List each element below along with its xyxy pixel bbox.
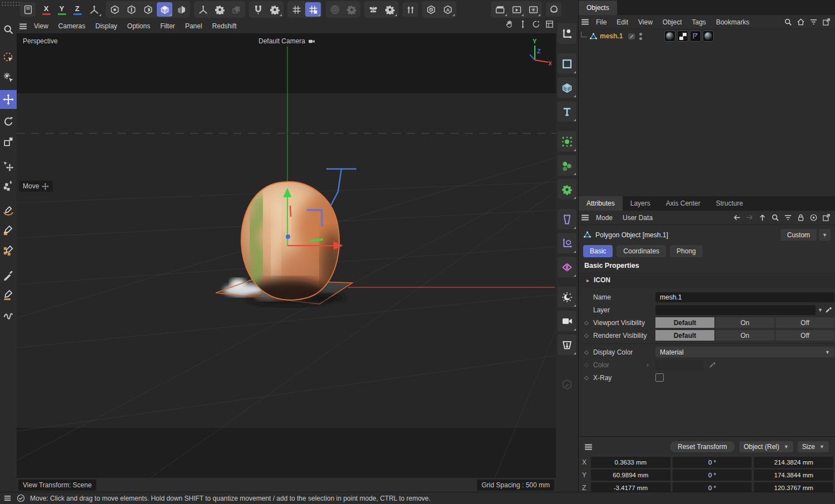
knife-tool-icon[interactable]	[1, 268, 16, 282]
menu-filter[interactable]: Filter	[155, 21, 180, 32]
model-mode-icon[interactable]	[157, 2, 172, 17]
null-axis-icon[interactable]	[558, 233, 576, 253]
search-commander-icon[interactable]	[1, 22, 16, 37]
rotate-tool-icon[interactable]	[1, 114, 16, 129]
object-name-label[interactable]: mesh.1	[600, 32, 623, 40]
tab-objects[interactable]: Objects	[579, 1, 617, 15]
display-color-dropdown[interactable]: Material ▼	[655, 347, 834, 357]
symmetry-generator-icon[interactable]	[558, 257, 576, 277]
spline-pen-create-icon[interactable]	[558, 23, 576, 44]
subdivision-surface-icon[interactable]	[558, 131, 576, 152]
tab-attributes[interactable]: Attributes	[579, 196, 623, 211]
uvw-tag-icon[interactable]	[677, 31, 688, 42]
gizmo-z-handle[interactable]	[286, 234, 290, 239]
polygon-mode-icon[interactable]	[140, 2, 156, 17]
history-back-icon[interactable]	[733, 213, 741, 222]
attributes-filter-icon[interactable]	[784, 213, 792, 222]
render-view-icon[interactable]	[492, 2, 508, 17]
size-mode-dropdown[interactable]: Size▼	[798, 441, 829, 452]
display-color-key-icon[interactable]: ◇	[584, 349, 593, 355]
layout-window-icon[interactable]	[20, 2, 36, 17]
renderer-visibility-off[interactable]: Off	[776, 330, 834, 341]
renderer-visibility-default[interactable]: Default	[655, 330, 714, 341]
stage-create-icon[interactable]	[558, 335, 576, 355]
pan-view-icon[interactable]	[505, 20, 514, 28]
objects-tree[interactable]: mesh.1	[579, 29, 835, 196]
snap-move-tool-icon[interactable]	[1, 159, 16, 173]
texture-mode-icon[interactable]	[173, 2, 189, 17]
phong-tag-icon[interactable]	[690, 31, 701, 42]
attributes-menu-user-data[interactable]: User Data	[618, 212, 658, 223]
deformer-icon[interactable]	[558, 209, 576, 229]
status-menu-icon[interactable]	[3, 494, 12, 502]
quantize-grid-icon[interactable]	[305, 2, 321, 17]
render-picture-viewer-icon[interactable]	[509, 2, 524, 17]
subtab-basic[interactable]: Basic	[583, 245, 613, 257]
objects-menu-tags[interactable]: Tags	[687, 17, 711, 28]
preset-caret[interactable]: ▼	[819, 229, 831, 241]
coord-y-rotation[interactable]: 0 °	[673, 470, 752, 481]
coordinate-mode-dropdown[interactable]: Object (Rel)▼	[739, 441, 793, 452]
sketch-tool-icon[interactable]	[1, 308, 16, 322]
objects-menu-bookmarks[interactable]: Bookmarks	[711, 17, 754, 28]
cube-primitive-icon[interactable]	[558, 77, 576, 98]
objects-menu-file[interactable]: File	[591, 17, 612, 28]
toggle-view-icon[interactable]	[545, 20, 554, 28]
visibility-dots[interactable]	[639, 33, 642, 40]
axis-z-lock-button[interactable]: Z	[71, 2, 84, 17]
objects-search-icon[interactable]	[784, 18, 792, 26]
magnet-snap-icon[interactable]	[250, 2, 266, 17]
radial-settings-gear-icon[interactable]	[344, 2, 359, 17]
move-tool-icon[interactable]	[0, 90, 17, 109]
attributes-menu-mode[interactable]: Mode	[591, 212, 618, 223]
editor-enable-toggle[interactable]	[628, 33, 635, 39]
icon-group-header[interactable]: ▸ ICON	[579, 273, 835, 287]
name-input[interactable]: mesh.1	[655, 292, 834, 302]
layer-eyedropper-icon[interactable]	[825, 306, 832, 313]
menu-panel[interactable]: Panel	[180, 21, 207, 32]
tab-layers[interactable]: Layers	[623, 196, 658, 211]
layer-input[interactable]	[655, 305, 816, 315]
swap-up-icon[interactable]	[402, 2, 418, 17]
workplane-icon[interactable]	[228, 2, 244, 17]
object-row-mesh1[interactable]: mesh.1	[579, 29, 835, 43]
scale-tool-icon[interactable]	[1, 134, 16, 149]
renderer-visibility-key-icon[interactable]: ◇	[584, 332, 593, 338]
coordinates-menu-icon[interactable]	[582, 440, 594, 454]
symmetry-settings-gear-icon[interactable]	[382, 2, 397, 17]
objects-menu-view[interactable]: View	[633, 17, 658, 28]
coord-x-rotation[interactable]: 0 °	[673, 457, 752, 468]
enable-axis-icon[interactable]	[195, 2, 211, 17]
attributes-popout-icon[interactable]	[822, 213, 831, 222]
auto-mode-icon[interactable]: A	[440, 2, 455, 17]
viewport-canvas[interactable]	[17, 33, 556, 478]
coordinate-system-icon[interactable]	[86, 2, 102, 17]
objects-menu-icon[interactable]	[579, 15, 591, 29]
attributes-search-icon[interactable]	[771, 213, 779, 222]
reset-transform-button[interactable]: Reset Transform	[670, 441, 735, 452]
generator-icon[interactable]	[558, 179, 576, 199]
coord-x-position[interactable]: 0.3633 mm	[591, 457, 670, 468]
layer-caret-icon[interactable]: ▼	[818, 307, 823, 313]
xray-key-icon[interactable]: ◇	[584, 375, 593, 381]
menu-redshift[interactable]: Redshift	[207, 21, 242, 32]
objects-menu-object[interactable]: Object	[658, 17, 687, 28]
light-create-icon[interactable]	[558, 287, 576, 307]
tweak-tool-icon[interactable]	[1, 70, 16, 84]
snap-settings-gear-icon[interactable]	[267, 2, 282, 17]
tab-axis-center[interactable]: Axis Center	[658, 196, 708, 211]
spline-arc-pen-icon[interactable]	[1, 203, 16, 218]
material-manager-icon[interactable]	[546, 2, 561, 17]
menu-view[interactable]: View	[29, 21, 53, 32]
volume-builder-icon[interactable]	[558, 155, 576, 176]
material-tag-icon[interactable]	[664, 31, 675, 42]
spline-pen-icon[interactable]	[1, 223, 16, 238]
menu-display[interactable]: Display	[90, 21, 122, 32]
objects-home-icon[interactable]	[797, 18, 805, 26]
viewport-visibility-default[interactable]: Default	[655, 317, 714, 328]
viewport-menu-icon[interactable]	[17, 19, 29, 33]
renderer-visibility-on[interactable]: On	[715, 330, 774, 341]
viewport-visibility-key-icon[interactable]: ◇	[584, 320, 593, 326]
viewport-solo-icon[interactable]	[423, 2, 439, 17]
material-tag2-icon[interactable]	[703, 31, 714, 42]
